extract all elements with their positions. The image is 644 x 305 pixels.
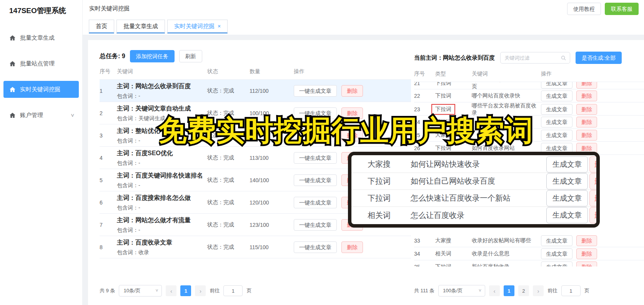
keyword-actions: 生成文章删除 (541, 82, 644, 89)
keyword-row: 21下拉词哪个网站发帖可以上百度首页生成文章删除 (414, 82, 644, 89)
tab-home[interactable]: 首页 (89, 20, 114, 34)
task-count: 140/100 (250, 177, 294, 183)
delete-button[interactable]: 删除 (576, 117, 597, 127)
page-button-1[interactable]: 1 (504, 285, 514, 296)
topbar-buttons: 使用教程 联系客服 (567, 3, 639, 15)
one-click-generate-button[interactable]: 一键生成文章 (294, 152, 337, 164)
keyword-actions: 生成文章删除 (541, 248, 644, 259)
prev-page-button[interactable]: ‹ (489, 285, 500, 296)
chevron-down-icon: ˅ (155, 288, 158, 293)
next-page-button[interactable]: › (195, 285, 206, 296)
generate-article-button[interactable]: 生成文章 (546, 156, 588, 173)
add-mining-task-button[interactable]: 添加挖词任务 (130, 50, 175, 62)
close-tab-icon[interactable]: × (218, 23, 221, 29)
task-count: 120/100 (250, 199, 294, 206)
column-header: 操作 (294, 68, 411, 75)
task-status: 状态：完成 (207, 177, 250, 184)
generate-article-button[interactable]: 生成文章 (546, 190, 588, 206)
delete-button[interactable]: 删除 (341, 85, 363, 97)
keyword-text: 收录是什么意思 (472, 250, 541, 257)
sidebar-item-label: 实时关键词挖掘 (20, 86, 60, 93)
tab-bar: 首页批量文章生成实时关键词挖掘× (83, 17, 644, 35)
delete-button[interactable]: 删除 (576, 82, 597, 89)
contact-support-button[interactable]: 联系客服 (605, 3, 639, 15)
tab-batch-article-generation[interactable]: 批量文章生成 (116, 20, 165, 34)
task-include-words: 包含词：- (117, 92, 207, 99)
sidebar-item-batch-article-generation[interactable]: 批量文章生成 (3, 29, 79, 46)
next-page-button[interactable]: › (533, 285, 544, 296)
tutorial-button[interactable]: 使用教程 (567, 3, 601, 15)
task-row-index: 7 (100, 222, 117, 228)
task-count: 112/100 (250, 88, 294, 94)
page-button-1[interactable]: 1 (180, 285, 191, 296)
delete-button[interactable]: 删除 (589, 173, 600, 189)
sidebar-item-batch-site-management[interactable]: 批量站点管理 (3, 55, 79, 72)
topbar: 实时关键词挖掘 使用教程 联系客服 (83, 0, 644, 17)
tab-label: 批量文章生成 (123, 23, 158, 29)
delete-button[interactable]: 删除 (589, 156, 600, 173)
sidebar-nav: 批量文章生成批量站点管理实时关键词挖掘账户管理˅ (0, 18, 82, 124)
generate-article-button[interactable]: 生成文章 (541, 261, 572, 267)
keyword-actions: 生成文章删除 (541, 90, 644, 101)
keywords-pagination: 共 111 条100条/页˅‹12›前往页 (414, 280, 644, 300)
one-click-generate-button[interactable]: 一键生成文章 (294, 174, 337, 186)
task-count: 123/100 (250, 222, 294, 228)
keyword-actions: 生成文章删除 (541, 104, 644, 115)
column-header: 序号 (100, 68, 117, 75)
page-size-select[interactable]: 100条/页˅ (438, 285, 485, 297)
generate-article-button[interactable]: 生成文章 (541, 82, 572, 89)
goto-label: 前往 (547, 287, 557, 294)
one-click-generate-button[interactable]: 一键生成文章 (294, 219, 337, 231)
delete-button[interactable]: 删除 (576, 130, 597, 141)
delete-button[interactable]: 删除 (576, 235, 597, 246)
delete-button[interactable]: 删除 (341, 241, 363, 253)
delete-button[interactable]: 删除 (576, 104, 597, 115)
page-size-select[interactable]: 10条/页˅ (119, 285, 162, 297)
keyword-type: 下拉词 (435, 92, 451, 99)
tab-realtime-keyword-mining[interactable]: 实时关键词挖掘× (167, 20, 228, 34)
prev-page-button[interactable]: ‹ (166, 285, 176, 296)
delete-button[interactable]: 删除 (576, 261, 597, 267)
page-button-2[interactable]: 2 (518, 285, 529, 296)
column-header: 关键词 (472, 70, 541, 77)
keyword-type-cell: 下拉词 (435, 82, 472, 87)
generate-article-button[interactable]: 生成文章 (541, 248, 572, 259)
total-tasks-label: 总任务: 9 (100, 52, 125, 60)
page-size-value: 100条/页 (443, 287, 463, 294)
keyword-filter-input[interactable] (504, 55, 561, 61)
generate-article-button[interactable]: 生成文章 (541, 117, 572, 127)
keyword-text: 哪个网站百度收录快 (472, 92, 541, 99)
inset-keyword-text: 如何让网站快速收录 (411, 159, 546, 169)
delete-button[interactable]: 删除 (589, 207, 600, 223)
task-status: 状态：完成 (207, 87, 250, 94)
sidebar-item-label: 批量文章生成 (20, 34, 55, 42)
one-click-generate-button[interactable]: 一键生成文章 (294, 197, 337, 208)
generate-article-button[interactable]: 生成文章 (546, 173, 588, 189)
delete-button[interactable]: 删除 (576, 248, 597, 259)
one-click-generate-button[interactable]: 一键生成文章 (294, 85, 337, 97)
goto-page-input[interactable] (223, 285, 243, 296)
delete-button[interactable]: 删除 (576, 90, 597, 101)
pager-total-label: 共 9 条 (100, 287, 115, 294)
sidebar-item-realtime-keyword-mining[interactable]: 实时关键词挖掘 (3, 81, 79, 98)
task-keyword-cell: 主词：百度关键词排名快速排名包含词：- (117, 171, 207, 189)
keyword-row-index: 34 (414, 251, 435, 257)
generate-article-button[interactable]: 生成文章 (541, 104, 572, 115)
goto-page-input[interactable] (561, 285, 581, 296)
generate-article-button[interactable]: 生成文章 (541, 130, 572, 141)
promo-overlay-text: 免费实时挖掘行业用户搜索词 (158, 112, 533, 150)
refresh-button[interactable]: 刷新 (179, 50, 202, 62)
sidebar-item-label: 账户管理 (20, 112, 43, 119)
task-keyword: 主词：网站怎么收录到百度 (117, 82, 207, 90)
sidebar-item-account-management[interactable]: 账户管理˅ (3, 107, 79, 124)
delete-button[interactable]: 删除 (589, 190, 600, 206)
one-click-generate-button[interactable]: 一键生成文章 (294, 241, 337, 253)
generate-article-button[interactable]: 生成文章 (541, 235, 572, 246)
generate-article-button[interactable]: 生成文章 (541, 90, 572, 101)
generate-article-button[interactable]: 生成文章 (546, 207, 588, 223)
inset-actions: 生成文章 (546, 156, 596, 173)
keyword-actions: 生成文章删除 (541, 235, 644, 246)
task-status: 状态：完成 (207, 199, 250, 206)
generate-all-toggle-button[interactable]: 是否生成:全部 (576, 52, 622, 64)
task-row-index: 2 (100, 110, 117, 116)
